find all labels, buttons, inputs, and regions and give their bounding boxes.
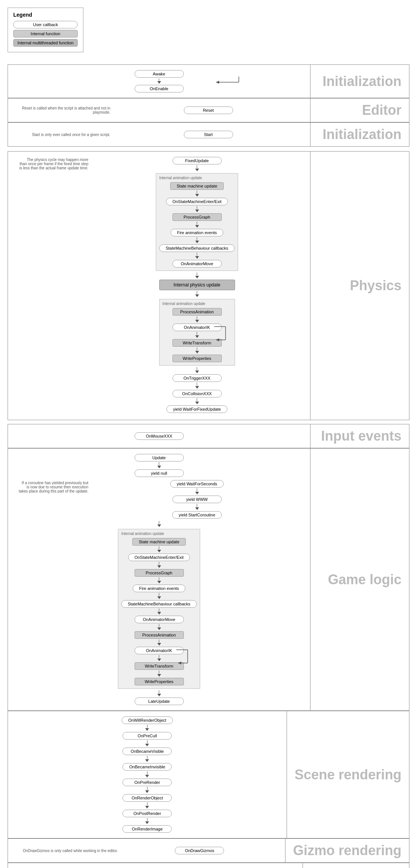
section-physics: The physics cycle may happen more than o… (8, 151, 409, 420)
node-on-post-render: OnPostRender (122, 810, 172, 817)
gizmo-left-text: OnDrawGizmos is only called while workin… (12, 849, 118, 853)
node-fixedupdate: FixedUpdate (172, 157, 222, 164)
initialization1-content: Awake OnEnabl (8, 65, 310, 98)
legend-user-callback: User callback (13, 21, 78, 28)
node-on-state-machine: OnStateMachineEnter/Exit (166, 198, 228, 205)
section-scene-rendering: OnWillRenderObject OnPreCull OnBecameVis… (8, 711, 409, 838)
section-scene-rendering-title: Scene rendering (287, 711, 409, 838)
section-gizmo-title: Gizmo rendering (285, 839, 409, 862)
legend-multithreaded-function: Internal multithreaded function (13, 39, 78, 47)
svg-marker-2 (216, 81, 219, 84)
node-on-mouse-xxx: OnMouseXXX (135, 432, 184, 440)
scene-rendering-content: OnWillRenderObject OnPreCull OnBecameVis… (8, 711, 287, 838)
node-yield-wait-fixed: yield WaitForFixedUpdate (166, 405, 227, 413)
game-logic-anim-box: Internal animation update State machine … (118, 529, 200, 689)
node-internal-physics: Internal physics update (159, 280, 235, 290)
physics-anim1-title: Internal animation update (159, 176, 202, 180)
node-fire-animation-p: Fire animation events (171, 229, 223, 236)
physics-content: The physics cycle may happen more than o… (8, 152, 310, 420)
node-onenable: OnEnable (135, 85, 184, 92)
section-editor-title: Editor (310, 99, 409, 122)
svg-marker-6 (216, 338, 219, 341)
node-yield-wait-seconds: yield WaitForSeconds (170, 480, 224, 488)
node-on-pre-cull: OnPreCull (122, 732, 172, 740)
node-on-became-invisible: OnBecameInvisible (122, 763, 172, 771)
physics-anim-box1: Internal animation update State machine … (156, 173, 238, 271)
node-yield-start-coroutine: yield StartCoroutine (172, 511, 222, 519)
node-on-render-image: OnRenderImage (122, 825, 172, 833)
svg-marker-10 (178, 662, 181, 665)
node-state-machine-update: State machine update (170, 182, 224, 190)
node-write-properties-p: WriteProperties (172, 355, 222, 362)
init2-left-text: Start is only ever called once for a giv… (12, 133, 110, 137)
section-game-logic: Update yield null If a coroutine has yie… (8, 448, 409, 711)
node-gl-write-properties: WriteProperties (135, 678, 184, 685)
section-initialization1-title: Initialization (310, 65, 409, 98)
section-physics-title: Physics (310, 152, 409, 420)
physics-anim-box2: Internal animation update ProcessAnimati… (159, 299, 235, 366)
node-yield-www: yield WWW (172, 496, 222, 503)
node-late-update: LateUpdate (135, 698, 184, 705)
physics-anim2-title: Internal animation update (163, 302, 205, 306)
editor-left-text: Reset is called when the script is attac… (12, 106, 110, 114)
node-gl-on-state-machine: OnStateMachineEnter/Exit (128, 554, 190, 561)
node-gl-fire-animation: Fire animation events (133, 585, 185, 592)
node-gl-state-machine-update: State machine update (132, 538, 186, 546)
node-process-animation-p: ProcessAnimation (172, 308, 222, 316)
legend-internal-function: Internal function (13, 30, 78, 38)
node-state-machine-beh-p: StateMachineBehaviour callbacks (159, 244, 235, 252)
physics-left-text: The physics cycle may happen more than o… (16, 156, 91, 172)
legend-title: Legend (13, 12, 78, 18)
section-gui-title: GUI rendering (303, 863, 409, 868)
node-on-will-render: OnWillRenderObject (122, 716, 172, 724)
node-awake: Awake (135, 70, 184, 78)
section-init2-title: Initialization (310, 123, 409, 146)
node-on-pre-render: OnPreRender (122, 779, 172, 786)
node-start: Start (184, 131, 233, 138)
game-logic-anim-title: Internal animation update (121, 532, 164, 536)
node-on-draw-gizmos: OnDrawGizmos (175, 847, 224, 854)
node-on-animator-move-p: OnAnimatorMove (172, 260, 222, 267)
node-on-collision: OnCollisionXXX (172, 390, 222, 397)
node-gl-process-animation: ProcessAnimation (135, 631, 184, 639)
legend: Legend User callback Internal function I… (8, 8, 83, 52)
node-reset: Reset (184, 106, 233, 114)
node-on-render-object: OnRenderObject (122, 794, 172, 802)
section-input-title: Input events (310, 424, 409, 448)
game-logic-left-text: If a coroutine has yielded previously bu… (16, 479, 91, 495)
node-gl-process-graph: ProcessGraph (135, 569, 184, 577)
node-on-became-visible: OnBecameVisible (122, 748, 172, 755)
node-yield-null: yield null (135, 469, 184, 477)
node-gl-state-machine-beh: StateMachineBehaviour callbacks (121, 600, 197, 608)
section-game-logic-title: Game logic (310, 449, 409, 710)
game-logic-content: Update yield null If a coroutine has yie… (8, 449, 310, 710)
node-process-graph: ProcessGraph (172, 213, 222, 221)
node-gl-on-animator-move: OnAnimatorMove (135, 616, 184, 623)
node-update: Update (135, 454, 184, 461)
section-initialization1: Awake OnEnabl (8, 64, 409, 98)
node-on-trigger: OnTriggerXXX (172, 374, 222, 382)
